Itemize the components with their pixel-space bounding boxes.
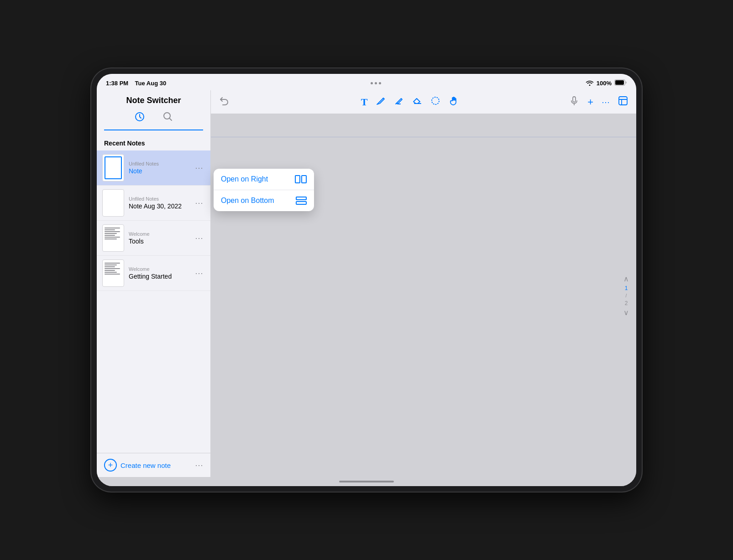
page-down-button[interactable]: ∨	[623, 308, 629, 317]
text-tool-button[interactable]: T	[360, 95, 369, 109]
thumb-line-1	[105, 228, 120, 228]
sidebar-title: Note Switcher	[104, 96, 203, 105]
thumbnail-blank-2	[105, 192, 122, 214]
toolbar-left	[218, 96, 246, 108]
page-up-button[interactable]: ∧	[623, 275, 629, 283]
split-row-top	[296, 197, 307, 200]
pen-tool-button[interactable]	[375, 95, 387, 109]
note-folder-1: Unfiled Notes	[129, 161, 193, 166]
thumb-line-4-7	[105, 274, 120, 275]
tab-recent[interactable]	[131, 110, 148, 130]
split-right-icon	[295, 175, 307, 183]
thumb-line-5	[105, 235, 115, 236]
note-list: Unfiled Notes Note ⋯ Unfiled Notes Note …	[97, 150, 210, 453]
note-folder-3: Welcome	[129, 231, 193, 237]
split-bottom-visual	[296, 197, 307, 205]
home-bar	[339, 481, 394, 482]
note-more-3[interactable]: ⋯	[193, 231, 205, 245]
note-more-4[interactable]: ⋯	[193, 266, 205, 280]
split-panel-right	[301, 175, 307, 183]
thumb-line-4-6	[105, 272, 117, 273]
open-on-right-button[interactable]: Open on Right	[214, 169, 314, 190]
undo-button[interactable]	[218, 97, 230, 109]
open-right-label: Open on Right	[221, 175, 268, 183]
highlighter-tool-button[interactable]	[393, 95, 405, 109]
note-name-3: Tools	[129, 238, 193, 245]
thumb-line-4-2	[105, 264, 117, 265]
layout-button[interactable]	[617, 95, 629, 109]
toolbar-right: + ⋯	[574, 95, 629, 109]
home-indicator	[97, 477, 636, 486]
thumb-line-4-4	[105, 268, 120, 269]
note-more-2[interactable]: ⋯	[193, 196, 205, 210]
more-options-button[interactable]: ⋯	[601, 96, 611, 108]
thumb-line-2	[105, 229, 115, 230]
note-folder-2: Unfiled Notes	[129, 196, 193, 202]
battery-icon	[614, 79, 627, 87]
svg-rect-1	[615, 80, 624, 85]
note-name-2: Note Aug 30, 2022	[129, 202, 193, 210]
note-name-4: Getting Started	[129, 273, 193, 280]
device-frame: 1:38 PM Tue Aug 30 100%	[91, 68, 642, 492]
status-time: 1:38 PM	[106, 80, 128, 87]
thumbnail-lines-3	[105, 227, 122, 239]
tab-search[interactable]	[159, 110, 177, 126]
thumb-line-6	[105, 237, 120, 238]
thumb-line-3	[105, 231, 120, 232]
note-thumbnail-1	[102, 154, 124, 181]
status-bar: 1:38 PM Tue Aug 30 100%	[97, 74, 636, 90]
note-more-1[interactable]: ⋯	[193, 161, 205, 175]
note-info-4: Welcome Getting Started	[129, 266, 193, 280]
page-number-1[interactable]: 1	[625, 285, 628, 291]
canvas-ruling-line	[211, 137, 636, 137]
note-folder-4: Welcome	[129, 266, 193, 272]
add-button[interactable]: +	[586, 95, 594, 109]
wifi-icon	[586, 79, 594, 87]
thumb-line-4	[105, 233, 117, 234]
note-info-3: Welcome Tools	[129, 231, 193, 245]
toolbar: T	[211, 90, 636, 114]
dot-2	[375, 82, 377, 84]
status-date: Tue Aug 30	[135, 80, 167, 87]
open-bottom-label: Open on Bottom	[221, 197, 274, 205]
recent-notes-heading: Recent Notes	[97, 134, 210, 150]
note-item-2[interactable]: Unfiled Notes Note Aug 30, 2022 ⋯	[97, 186, 210, 221]
toolbar-center: T	[246, 95, 574, 109]
note-name-1: Note	[129, 167, 193, 175]
page-numbers: ∧ 1 / 2 ∨	[623, 275, 629, 317]
create-note-button[interactable]: + Create new note	[104, 459, 190, 472]
svg-rect-5	[573, 97, 576, 102]
dot-3	[379, 82, 381, 84]
split-right-visual	[295, 175, 307, 183]
popup-menu: Open on Right Open on Bottom	[214, 169, 314, 211]
note-item-1[interactable]: Unfiled Notes Note ⋯	[97, 150, 210, 186]
sidebar-header: Note Switcher	[97, 90, 210, 134]
sidebar: Note Switcher	[97, 90, 211, 477]
thumb-line-4-5	[105, 270, 115, 271]
device-screen: 1:38 PM Tue Aug 30 100%	[97, 74, 636, 486]
note-thumbnail-2	[102, 189, 124, 217]
microphone-button[interactable]	[568, 95, 580, 109]
open-on-bottom-button[interactable]: Open on Bottom	[214, 190, 314, 211]
status-center-dots	[371, 82, 381, 84]
plus-icon: +	[104, 459, 117, 472]
split-row-bottom	[296, 201, 307, 205]
bottom-more-button[interactable]: ⋯	[195, 460, 203, 470]
sidebar-tabs	[104, 110, 203, 130]
note-info-1: Unfiled Notes Note	[129, 161, 193, 175]
thumbnail-lines-4	[105, 262, 122, 275]
selection-tool-button[interactable]	[429, 95, 441, 109]
svg-point-4	[432, 97, 439, 104]
thumb-line-4-1	[105, 263, 120, 264]
page-number-2[interactable]: 2	[625, 300, 628, 306]
hand-tool-button[interactable]	[448, 95, 460, 109]
status-right: 100%	[586, 79, 627, 87]
note-item-3[interactable]: Welcome Tools ⋯	[97, 221, 210, 256]
status-time-date: 1:38 PM Tue Aug 30	[106, 80, 166, 87]
note-thumbnail-4	[102, 259, 124, 287]
eraser-tool-button[interactable]	[411, 95, 423, 109]
svg-rect-6	[619, 97, 627, 105]
create-note-label: Create new note	[120, 461, 171, 469]
battery-percent: 100%	[597, 80, 612, 87]
note-item-4[interactable]: Welcome Getting Started ⋯	[97, 256, 210, 291]
